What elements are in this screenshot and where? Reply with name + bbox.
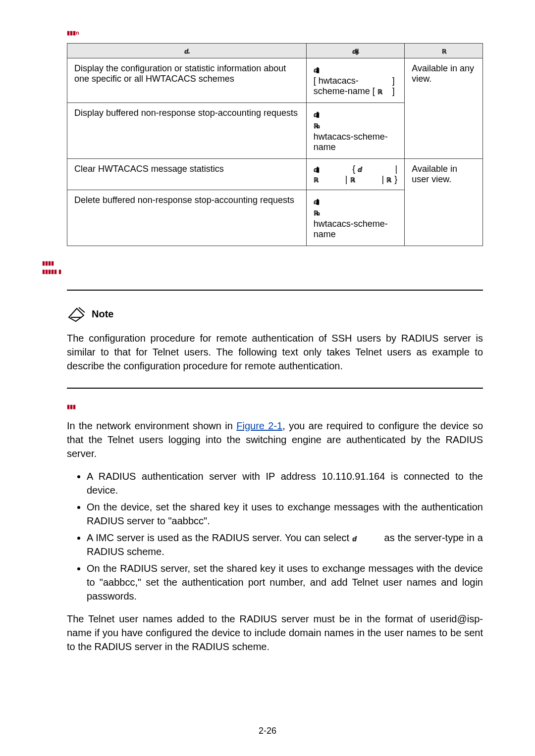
table-row: Display the configuration or statistic i… (67, 58, 483, 103)
cell-todo: Delete buffered non-response stop-accoun… (67, 190, 307, 246)
divider (67, 290, 483, 291)
list-item: A IMC server is used as the RADIUS serve… (87, 531, 483, 558)
note-icon (67, 305, 87, 322)
divider (67, 388, 483, 389)
figure-link[interactable]: Figure 2-1 (236, 420, 282, 431)
col-head-todo: ⅆ.. (67, 44, 307, 58)
page-number: 2-26 (0, 726, 535, 736)
cell-todo: Clear HWTACACS message statistics (67, 159, 307, 190)
col-head-command: ⅆⅈⅉ. (306, 44, 404, 58)
list-item: On the device, set the shared key it use… (87, 500, 483, 528)
intro-paragraph: In the network environment shown in Figu… (67, 419, 483, 460)
command-table: ⅆ.. ⅆⅈⅉ. ℝ Display the configuration or … (67, 43, 483, 246)
side-label-2: ▮▮▮▮▮ ▮ (42, 268, 490, 275)
note-row: Note (67, 305, 490, 322)
subheading-glyph: ▮▮▮ (67, 403, 490, 410)
cell-remarks: Available in any view. (405, 58, 483, 159)
requirements-list: A RADIUS authentication server with IP a… (67, 469, 483, 603)
closing-paragraph: The Telnet user names added to the RADIU… (67, 612, 483, 654)
note-paragraph: The configuration procedure for remote a… (67, 331, 483, 373)
note-label: Note (92, 308, 113, 320)
cell-todo: Display buffered non-response stop-accou… (67, 103, 307, 159)
side-label-1: ▮▮▮▮ (42, 260, 490, 266)
cell-command: ⅆ▮ ℝn hwtacacs-scheme-name (306, 103, 404, 159)
page-container: ▮▮▮n ⅆ.. ⅆⅈⅉ. ℝ Display the configuratio… (0, 0, 535, 756)
col-head-remarks: ℝ (405, 44, 483, 58)
list-item: A RADIUS authentication server with IP a… (87, 469, 483, 497)
list-item: On the RADIUS server, set the shared key… (87, 561, 483, 603)
cell-command: ⅆ▮ [ hwtacacs-scheme-name [ ℝ ] ] (306, 58, 404, 103)
cell-command: ⅆ▮ ℝn hwtacacs-scheme-name (306, 190, 404, 246)
top-corner-label: ▮▮▮n (67, 30, 490, 36)
table-row: Clear HWTACACS message statistics ⅆ▮ { ⅆ… (67, 159, 483, 190)
table-header-row: ⅆ.. ⅆⅈⅉ. ℝ (67, 44, 483, 58)
cell-command: ⅆ▮ { ⅆ | ℝ | ℝ | ℝ } (306, 159, 404, 190)
cell-remarks: Available in user view. (405, 159, 483, 246)
cell-todo: Display the configuration or statistic i… (67, 58, 307, 103)
